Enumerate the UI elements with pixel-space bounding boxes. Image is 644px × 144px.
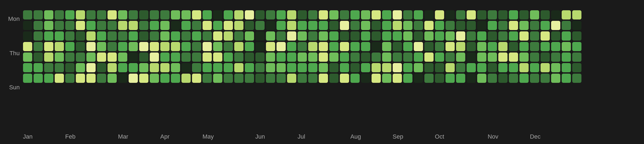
cell-w37-d4[interactable] bbox=[414, 53, 423, 62]
cell-w21-d5[interactable] bbox=[245, 63, 254, 72]
cell-w6-d2[interactable] bbox=[86, 31, 96, 41]
cell-w28-d6[interactable] bbox=[319, 74, 328, 83]
cell-w26-d2[interactable] bbox=[298, 31, 307, 41]
cell-w16-d4[interactable] bbox=[192, 53, 201, 62]
cell-w46-d1[interactable] bbox=[509, 21, 518, 30]
cell-w18-d1[interactable] bbox=[213, 21, 222, 30]
cell-w38-d2[interactable] bbox=[424, 31, 434, 41]
cell-w47-d6[interactable] bbox=[519, 74, 529, 83]
cell-w17-d3[interactable] bbox=[203, 42, 212, 51]
cell-w6-d0[interactable] bbox=[86, 10, 96, 19]
cell-w4-d3[interactable] bbox=[65, 42, 74, 51]
cell-w7-d2[interactable] bbox=[97, 31, 106, 41]
cell-w51-d6[interactable] bbox=[562, 74, 571, 83]
cell-w43-d4[interactable] bbox=[477, 53, 486, 62]
cell-w49-d5[interactable] bbox=[541, 63, 550, 72]
cell-w23-d5[interactable] bbox=[266, 63, 275, 72]
cell-w52-d0[interactable] bbox=[572, 10, 581, 19]
cell-w48-d1[interactable] bbox=[530, 21, 539, 30]
cell-w31-d5[interactable] bbox=[350, 63, 360, 72]
cell-w38-d1[interactable] bbox=[424, 21, 434, 30]
cell-w34-d0[interactable] bbox=[382, 10, 391, 19]
cell-w28-d0[interactable] bbox=[319, 10, 328, 19]
cell-w40-d5[interactable] bbox=[445, 63, 455, 72]
cell-w21-d3[interactable] bbox=[245, 42, 254, 51]
cell-w20-d1[interactable] bbox=[234, 21, 243, 30]
cell-w8-d6[interactable] bbox=[108, 74, 117, 83]
cell-w25-d2[interactable] bbox=[287, 31, 296, 41]
cell-w13-d5[interactable] bbox=[160, 63, 170, 72]
cell-w34-d5[interactable] bbox=[382, 63, 391, 72]
cell-w20-d5[interactable] bbox=[234, 63, 243, 72]
cell-w44-d1[interactable] bbox=[488, 21, 497, 30]
cell-w8-d0[interactable] bbox=[108, 10, 117, 19]
cell-w17-d2[interactable] bbox=[203, 31, 212, 41]
cell-w19-d6[interactable] bbox=[224, 74, 233, 83]
cell-w12-d1[interactable] bbox=[150, 21, 159, 30]
cell-w46-d4[interactable] bbox=[509, 53, 518, 62]
cell-w43-d5[interactable] bbox=[477, 63, 486, 72]
cell-w4-d1[interactable] bbox=[65, 21, 74, 30]
cell-w12-d0[interactable] bbox=[150, 10, 159, 19]
cell-w16-d3[interactable] bbox=[192, 42, 201, 51]
cell-w7-d4[interactable] bbox=[97, 53, 106, 62]
cell-w9-d6[interactable] bbox=[118, 74, 127, 83]
cell-w47-d1[interactable] bbox=[519, 21, 529, 30]
cell-w25-d0[interactable] bbox=[287, 10, 296, 19]
cell-w46-d2[interactable] bbox=[509, 31, 518, 41]
cell-w31-d6[interactable] bbox=[350, 74, 360, 83]
cell-w48-d0[interactable] bbox=[530, 10, 539, 19]
cell-w45-d3[interactable] bbox=[498, 42, 508, 51]
cell-w32-d2[interactable] bbox=[361, 31, 370, 41]
cell-w28-d4[interactable] bbox=[319, 53, 328, 62]
cell-w41-d2[interactable] bbox=[456, 31, 465, 41]
cell-w45-d5[interactable] bbox=[498, 63, 508, 72]
cell-w0-d3[interactable] bbox=[23, 42, 32, 51]
cell-w49-d6[interactable] bbox=[541, 74, 550, 83]
cell-w43-d2[interactable] bbox=[477, 31, 486, 41]
cell-w49-d2[interactable] bbox=[541, 31, 550, 41]
cell-w45-d2[interactable] bbox=[498, 31, 508, 41]
cell-w3-d4[interactable] bbox=[55, 53, 64, 62]
cell-w18-d5[interactable] bbox=[213, 63, 222, 72]
cell-w7-d6[interactable] bbox=[97, 74, 106, 83]
cell-w13-d2[interactable] bbox=[160, 31, 170, 41]
cell-w41-d6[interactable] bbox=[456, 74, 465, 83]
cell-w18-d3[interactable] bbox=[213, 42, 222, 51]
cell-w30-d4[interactable] bbox=[340, 53, 349, 62]
cell-w31-d4[interactable] bbox=[350, 53, 360, 62]
cell-w48-d3[interactable] bbox=[530, 42, 539, 51]
cell-w3-d6[interactable] bbox=[55, 74, 64, 83]
cell-w15-d5[interactable] bbox=[181, 63, 191, 72]
cell-w39-d0[interactable] bbox=[435, 10, 444, 19]
cell-w40-d3[interactable] bbox=[445, 42, 455, 51]
cell-w33-d3[interactable] bbox=[372, 42, 381, 51]
cell-w20-d6[interactable] bbox=[234, 74, 243, 83]
cell-w41-d5[interactable] bbox=[456, 63, 465, 72]
cell-w10-d2[interactable] bbox=[129, 31, 138, 41]
cell-w35-d0[interactable] bbox=[393, 10, 402, 19]
cell-w43-d6[interactable] bbox=[477, 74, 486, 83]
cell-w15-d3[interactable] bbox=[181, 42, 191, 51]
cell-w37-d0[interactable] bbox=[414, 10, 423, 19]
cell-w22-d1[interactable] bbox=[255, 21, 265, 30]
cell-w30-d5[interactable] bbox=[340, 63, 349, 72]
cell-w8-d5[interactable] bbox=[108, 63, 117, 72]
cell-w34-d6[interactable] bbox=[382, 74, 391, 83]
cell-w19-d5[interactable] bbox=[224, 63, 233, 72]
cell-w14-d1[interactable] bbox=[171, 21, 180, 30]
cell-w22-d2[interactable] bbox=[255, 31, 265, 41]
cell-w5-d0[interactable] bbox=[76, 10, 85, 19]
cell-w17-d5[interactable] bbox=[203, 63, 212, 72]
cell-w16-d0[interactable] bbox=[192, 10, 201, 19]
cell-w6-d4[interactable] bbox=[86, 53, 96, 62]
cell-w3-d2[interactable] bbox=[55, 31, 64, 41]
cell-w30-d6[interactable] bbox=[340, 74, 349, 83]
cell-w1-d2[interactable] bbox=[34, 31, 43, 41]
cell-w41-d3[interactable] bbox=[456, 42, 465, 51]
cell-w29-d5[interactable] bbox=[329, 63, 339, 72]
cell-w15-d6[interactable] bbox=[181, 74, 191, 83]
cell-w23-d1[interactable] bbox=[266, 21, 275, 30]
cell-w45-d0[interactable] bbox=[498, 10, 508, 19]
cell-w8-d4[interactable] bbox=[108, 53, 117, 62]
